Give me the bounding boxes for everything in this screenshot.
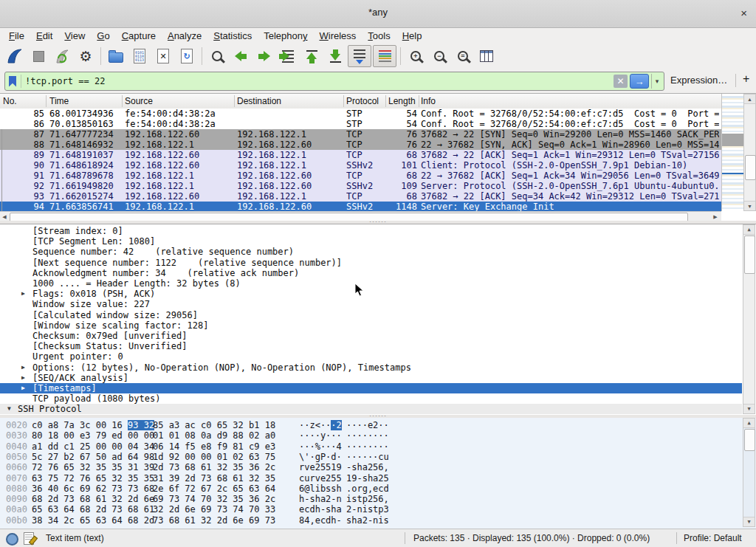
go-forward-icon[interactable]: [253, 46, 275, 66]
filter-apply-icon[interactable]: →: [630, 74, 649, 89]
open-file-icon[interactable]: [105, 46, 127, 66]
packet-row-90[interactable]: 9071.648618924192.168.122.60192.168.122.…: [0, 160, 721, 171]
detail-line[interactable]: ▶[Timestamps]: [0, 383, 742, 393]
add-filter-button[interactable]: +: [743, 72, 749, 86]
hex-row-0020[interactable]: 0020c0 a8 7a 3c 00 16 93 3285 a3 ac c0 6…: [0, 420, 742, 430]
packet-list-vscrollbar[interactable]: ▲▼: [743, 94, 756, 211]
menu-tools[interactable]: Tools: [362, 29, 396, 43]
packet-row-85[interactable]: 8568.001734936fe:54:00:d4:38:2aSTP54Conf…: [0, 109, 721, 119]
menu-help[interactable]: Help: [396, 29, 428, 43]
resize-columns-icon[interactable]: [475, 46, 498, 66]
hex-row-0030[interactable]: 003080 18 00 e3 79 ed 00 0001 01 08 0a d…: [0, 430, 742, 441]
collapse-arrow-icon[interactable]: ▼: [7, 404, 11, 414]
filter-text[interactable]: !tcp.port == 22: [25, 76, 614, 86]
save-file-icon[interactable]: 0101 0110 0113: [128, 46, 151, 66]
packet-row-91[interactable]: 9171.648789678192.168.122.1192.168.122.6…: [0, 171, 721, 181]
packet-row-87[interactable]: 8771.647777234192.168.122.60192.168.122.…: [0, 129, 721, 140]
hex-row-0090[interactable]: 009068 2d 73 68 61 32 2d 6e69 73 74 70 3…: [0, 494, 742, 504]
hex-row-0070[interactable]: 007063 75 72 76 65 32 35 3531 39 2d 73 6…: [0, 473, 742, 484]
detail-line[interactable]: [Stream index: 0]: [0, 226, 742, 236]
packet-row-88[interactable]: 8871.648146932192.168.122.1192.168.122.6…: [0, 140, 721, 150]
start-capture-icon[interactable]: [4, 46, 26, 66]
colorize-icon[interactable]: [373, 45, 396, 67]
filter-history-dropdown-icon[interactable]: ▾: [651, 74, 662, 89]
packet-row-94[interactable]: 9471.663856741192.168.122.1192.168.122.6…: [0, 202, 721, 211]
display-filter-input[interactable]: !tcp.port == 22 ✕ → ▾: [4, 72, 664, 91]
column-header-no[interactable]: No.: [3, 96, 44, 106]
menu-view[interactable]: View: [58, 29, 91, 43]
hex-row-00b0[interactable]: 00b038 34 2c 65 63 64 68 2d73 68 61 32 2…: [0, 515, 742, 526]
detail-line[interactable]: Checksum: 0x79ed [unverified]: [0, 331, 742, 341]
packet-list-header[interactable]: No.TimeSourceDestinationProtocolLengthIn…: [0, 94, 721, 109]
find-packet-icon[interactable]: [206, 46, 228, 66]
status-profile[interactable]: Profile: Default: [684, 533, 742, 543]
packet-row-92[interactable]: 9271.661949820192.168.122.1192.168.122.6…: [0, 181, 721, 191]
menu-edit[interactable]: Edit: [30, 29, 58, 43]
detail-line[interactable]: [Checksum Status: Unverified]: [0, 341, 742, 351]
expand-arrow-icon[interactable]: ▶: [21, 383, 25, 393]
packet-row-89[interactable]: 8971.648191037192.168.122.60192.168.122.…: [0, 150, 721, 160]
zoom-out-icon[interactable]: −: [428, 46, 450, 66]
zoom-in-icon[interactable]: +: [405, 46, 427, 66]
restart-capture-icon[interactable]: [51, 46, 73, 66]
auto-scroll-icon[interactable]: [348, 45, 371, 67]
menu-bar: FileEditViewGoCaptureAnalyzeStatisticsTe…: [0, 28, 756, 44]
go-first-packet-icon[interactable]: [300, 46, 323, 66]
intelligent-scrollbar[interactable]: [721, 94, 744, 211]
close-file-icon[interactable]: ✕: [152, 46, 174, 66]
hex-row-0080[interactable]: 008036 40 6c 69 62 73 73 682e 6f 72 67 2…: [0, 484, 742, 494]
expression-button[interactable]: Expression…: [670, 75, 727, 86]
column-header-source[interactable]: Source: [125, 96, 234, 106]
detail-line[interactable]: ▶[SEQ/ACK analysis]: [0, 373, 742, 383]
detail-line[interactable]: ▶Flags: 0x018 (PSH, ACK): [0, 289, 742, 299]
menu-file[interactable]: File: [3, 29, 30, 43]
hex-row-00a0[interactable]: 00a065 63 64 68 2d 73 68 6132 2d 6e 69 7…: [0, 504, 742, 515]
detail-line[interactable]: Acknowledgment number: 34 (relative ack …: [0, 268, 742, 278]
packet-row-86[interactable]: 8670.013850163fe:54:00:d4:38:2aSTP54Conf…: [0, 119, 721, 129]
reload-file-icon[interactable]: ↻: [176, 46, 198, 66]
detail-line[interactable]: [Window size scaling factor: 128]: [0, 320, 742, 331]
menu-capture[interactable]: Capture: [116, 29, 162, 43]
go-last-packet-icon[interactable]: [324, 46, 346, 66]
stop-capture-icon[interactable]: [27, 46, 49, 66]
detail-line[interactable]: Urgent pointer: 0: [0, 351, 742, 362]
hex-row-0040[interactable]: 0040a1 dd c1 25 00 00 04 3406 14 f5 e8 f…: [0, 441, 742, 452]
detail-line[interactable]: [Next sequence number: 1122 (relative se…: [0, 258, 742, 268]
column-header-length[interactable]: Length: [388, 96, 417, 106]
detail-line[interactable]: Window size value: 227: [0, 299, 742, 309]
expert-info-icon[interactable]: [6, 533, 18, 546]
menu-wireless[interactable]: Wireless: [314, 29, 362, 43]
expand-arrow-icon[interactable]: ▶: [21, 362, 25, 373]
details-vscrollbar[interactable]: ▲▼: [743, 224, 755, 414]
expand-arrow-icon[interactable]: ▶: [21, 289, 25, 299]
hex-row-0050[interactable]: 00505c 27 b2 67 50 ad 64 981d 92 00 00 0…: [0, 452, 742, 462]
capture-comment-icon[interactable]: [24, 532, 34, 545]
filter-bookmark-icon[interactable]: [9, 76, 16, 87]
detail-line[interactable]: [TCP Segment Len: 1080]: [0, 236, 742, 247]
expand-arrow-icon[interactable]: ▶: [21, 373, 25, 383]
status-bar: Text item (text) Packets: 135 · Displaye…: [0, 529, 756, 547]
detail-line[interactable]: [Calculated window size: 29056]: [0, 310, 742, 320]
menu-telephony[interactable]: Telephony: [258, 29, 313, 43]
zoom-reset-icon[interactable]: =: [452, 46, 474, 66]
menu-go[interactable]: Go: [91, 29, 115, 43]
filter-clear-icon[interactable]: ✕: [614, 75, 628, 88]
detail-line[interactable]: ▶Options: (12 bytes), No-Operation (NOP)…: [0, 362, 742, 373]
packet-row-93[interactable]: 9371.662015274192.168.122.60192.168.122.…: [0, 191, 721, 202]
packet-list: No.TimeSourceDestinationProtocolLengthIn…: [0, 93, 756, 221]
capture-options-icon[interactable]: ⚙: [75, 46, 97, 66]
detail-line[interactable]: TCP payload (1080 bytes): [0, 393, 742, 404]
column-header-protocol[interactable]: Protocol: [346, 96, 385, 106]
bytes-vscrollbar[interactable]: ▲▼: [743, 418, 755, 527]
close-icon[interactable]: ×: [740, 6, 747, 21]
detail-line[interactable]: Sequence number: 42 (relative sequence n…: [0, 247, 742, 257]
hex-row-0060[interactable]: 006072 76 65 32 35 35 31 392d 73 68 61 3…: [0, 462, 742, 472]
go-to-packet-icon[interactable]: [277, 46, 299, 66]
column-header-destination[interactable]: Destination: [237, 96, 343, 106]
detail-line[interactable]: 1000 .... = Header Length: 32 bytes (8): [0, 278, 742, 289]
menu-analyze[interactable]: Analyze: [162, 29, 207, 43]
column-header-time[interactable]: Time: [49, 96, 122, 106]
column-header-info[interactable]: Info: [421, 96, 716, 106]
menu-statistics[interactable]: Statistics: [207, 29, 258, 43]
go-back-icon[interactable]: [230, 46, 252, 66]
